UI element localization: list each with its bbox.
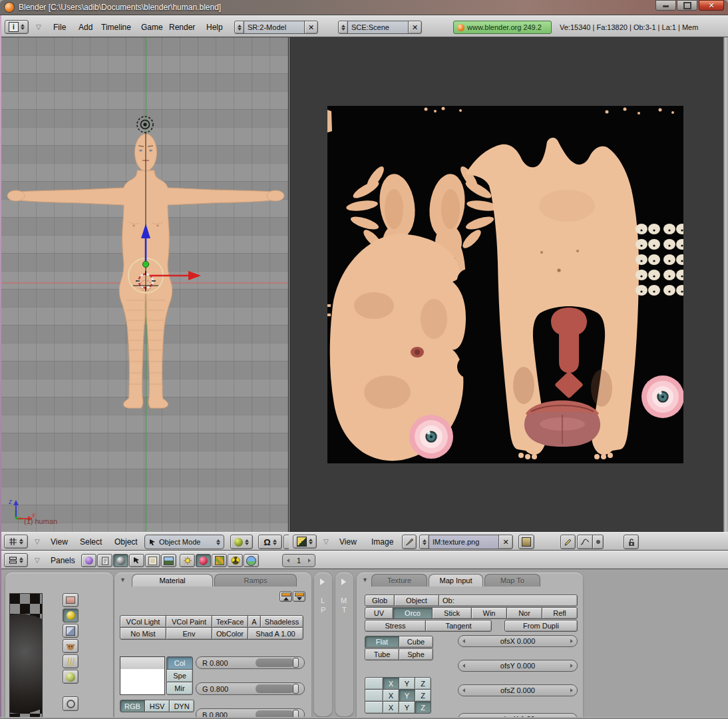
- panels-label[interactable]: Panels: [51, 556, 75, 565]
- brush-button[interactable]: [402, 535, 417, 549]
- lock-button[interactable]: [624, 535, 639, 549]
- color-swatch-mirror[interactable]: [120, 682, 165, 695]
- scene-context-button[interactable]: [161, 554, 176, 567]
- uv-editor-type-button[interactable]: [293, 535, 317, 549]
- world-subcontext-button[interactable]: [244, 554, 259, 567]
- stress-toggle[interactable]: Stress: [365, 620, 426, 632]
- axis-row3-y[interactable]: Y: [399, 701, 415, 714]
- viewport-3d[interactable]: z x (1) human: [0, 37, 289, 532]
- image-browse-button[interactable]: [419, 535, 429, 549]
- header-collapse-icon[interactable]: ▽: [36, 24, 41, 31]
- slider-r[interactable]: R 0.800: [196, 656, 305, 669]
- hsv-button[interactable]: HSV: [144, 700, 170, 712]
- menu-add[interactable]: Add: [79, 23, 92, 32]
- menu-game[interactable]: Game: [141, 23, 163, 32]
- shading-context-button[interactable]: [113, 554, 128, 567]
- draw-type-button[interactable]: [230, 535, 253, 549]
- orco-toggle[interactable]: Orco: [393, 607, 433, 619]
- sphe-toggle[interactable]: Sphe: [399, 648, 433, 660]
- tab-map-input[interactable]: Map Input: [429, 574, 483, 587]
- lamp-subcontext-button[interactable]: [180, 554, 195, 567]
- nor-toggle[interactable]: Nor: [506, 607, 542, 619]
- axis-blank-button-3[interactable]: [365, 701, 383, 714]
- manipulator-button[interactable]: Ω: [258, 535, 282, 549]
- radiosity-subcontext-button[interactable]: [228, 554, 243, 567]
- buttons-collapse-icon[interactable]: ▽: [35, 557, 40, 564]
- screen-delete-button[interactable]: ✕: [304, 21, 318, 34]
- object-toggle[interactable]: Object: [394, 595, 439, 606]
- obcolor-toggle[interactable]: ObColor: [212, 627, 248, 640]
- preview-flat-button[interactable]: [63, 593, 79, 607]
- col-button[interactable]: Col: [166, 656, 193, 670]
- preview-world-button[interactable]: [63, 670, 79, 684]
- material-node-down-button[interactable]: [293, 591, 305, 602]
- env-toggle[interactable]: Env: [166, 627, 212, 640]
- collapsed-panel-links-pipeline[interactable]: L P: [314, 573, 332, 716]
- ofsz-increment-icon[interactable]: [570, 688, 573, 692]
- tab-material[interactable]: Material: [132, 574, 213, 587]
- material-node-up-button[interactable]: [279, 591, 292, 602]
- ofsx-decrement-icon[interactable]: [462, 639, 465, 643]
- spe-button[interactable]: Spe: [166, 669, 193, 682]
- alpha-toggle[interactable]: A: [248, 615, 261, 628]
- slider-g-knob[interactable]: [293, 684, 299, 694]
- axis-row3-z[interactable]: Z: [415, 701, 431, 714]
- dyn-button[interactable]: DYN: [169, 700, 194, 712]
- uv-toggle[interactable]: UV: [365, 607, 393, 619]
- expand-panel-icon[interactable]: [320, 579, 325, 585]
- material-panel-expand-icon[interactable]: ▼: [120, 577, 126, 583]
- viewport-menu-object[interactable]: Object: [114, 537, 138, 547]
- mode-selector[interactable]: Object Mode: [144, 535, 224, 549]
- uv-collapse-icon[interactable]: ▽: [323, 539, 329, 545]
- mir-button[interactable]: Mir: [166, 682, 193, 695]
- ofsx-increment-icon[interactable]: [570, 639, 573, 643]
- uv-image-editor[interactable]: [289, 37, 728, 532]
- axis-row1-y[interactable]: Y: [399, 677, 415, 690]
- minimize-button[interactable]: [655, 0, 676, 11]
- menu-help[interactable]: Help: [206, 23, 223, 32]
- uv-texture-image[interactable]: [327, 106, 683, 463]
- viewport-editor-type-button[interactable]: [4, 535, 28, 549]
- tangent-toggle[interactable]: Tangent: [425, 620, 492, 632]
- material-subcontext-button[interactable]: [196, 554, 211, 567]
- preview-monkey-button[interactable]: [63, 639, 79, 653]
- manipulator-split-button[interactable]: [283, 535, 289, 549]
- preview-refresh-button[interactable]: [63, 696, 79, 711]
- preview-cube-button[interactable]: [63, 624, 79, 638]
- image-delete-button[interactable]: ✕: [498, 535, 513, 549]
- menu-file[interactable]: File: [53, 23, 66, 32]
- viewport-menu-view[interactable]: View: [51, 537, 68, 547]
- shadeless-toggle[interactable]: Shadeless: [260, 615, 303, 628]
- version-badge[interactable]: www.blender.org 249.2: [453, 21, 552, 34]
- axis-row1-z[interactable]: Z: [415, 677, 431, 690]
- collapsed-panel-material-vertical[interactable]: M T: [335, 573, 353, 716]
- tab-texture[interactable]: Texture: [371, 574, 427, 587]
- no-mist-toggle[interactable]: No Mist: [120, 627, 166, 640]
- texface-toggle[interactable]: TexFace: [212, 615, 248, 628]
- scene-delete-button[interactable]: ✕: [408, 21, 422, 34]
- ofsz-decrement-icon[interactable]: [462, 688, 465, 692]
- refl-toggle[interactable]: Refl: [542, 607, 578, 619]
- screen-selector[interactable]: SR:2-Model: [244, 21, 305, 34]
- logic-context-button[interactable]: [81, 554, 96, 567]
- scene-selector[interactable]: SCE:Scene: [347, 21, 409, 34]
- texture-panel-expand-icon[interactable]: ▼: [362, 577, 368, 583]
- slider-g[interactable]: G 0.800: [196, 682, 305, 695]
- ofsx-field[interactable]: ofsX 0.000: [458, 635, 578, 647]
- tab-ramps[interactable]: Ramps: [214, 574, 297, 587]
- uv-menu-view[interactable]: View: [339, 537, 357, 547]
- rgb-button[interactable]: RGB: [120, 700, 145, 712]
- tab-map-to[interactable]: Map To: [484, 574, 540, 587]
- frame-decrement-icon[interactable]: [287, 559, 289, 563]
- image-properties-button[interactable]: [518, 535, 534, 549]
- screen-browse-button[interactable]: [234, 21, 244, 34]
- color-swatch-specular[interactable]: [120, 669, 165, 682]
- axis-row2-y[interactable]: Y: [399, 689, 415, 702]
- menu-timeline[interactable]: Timeline: [101, 23, 131, 32]
- clip-dot-button[interactable]: [592, 535, 604, 549]
- editor-type-button[interactable]: i: [5, 20, 29, 34]
- maximize-button[interactable]: [677, 0, 697, 11]
- vcol-light-toggle[interactable]: VCol Light: [120, 615, 166, 628]
- frame-increment-icon[interactable]: [308, 559, 311, 563]
- slider-r-knob[interactable]: [293, 658, 299, 668]
